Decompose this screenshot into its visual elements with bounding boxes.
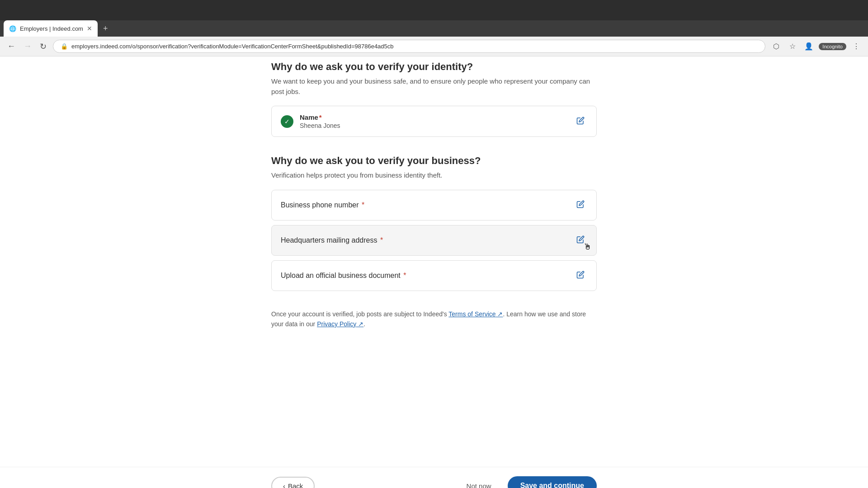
required-star-address: * xyxy=(378,236,383,244)
business-document-row[interactable]: Upload an official business document * xyxy=(271,260,597,291)
page-content: Why do we ask you to verify your identit… xyxy=(262,56,606,467)
name-edit-button[interactable] xyxy=(574,114,587,129)
page-wrapper: Why do we ask you to verify your identit… xyxy=(0,56,868,488)
name-label: Name* xyxy=(300,113,567,121)
menu-icon[interactable]: ⋮ xyxy=(850,40,863,53)
back-button[interactable]: ‹ Back xyxy=(271,477,315,488)
tab-bar: 🌐 Employers | Indeed.com ✕ + xyxy=(0,20,868,37)
business-phone-label: Business phone number * xyxy=(281,201,364,209)
required-star: * xyxy=(319,113,322,121)
tab-close-button[interactable]: ✕ xyxy=(87,25,92,32)
business-phone-row[interactable]: Business phone number * xyxy=(271,190,597,221)
new-tab-button[interactable]: + xyxy=(101,24,110,33)
identity-section: Why do we ask you to verify your identit… xyxy=(271,56,597,137)
name-card-content: Name* Sheena Jones xyxy=(300,113,567,129)
address-bar-row: ← → ↻ 🔒 employers.indeed.com/o/sponsor/v… xyxy=(0,37,868,56)
legal-text: Once your account is verified, job posts… xyxy=(271,309,597,329)
pencil-icon-doc xyxy=(576,271,585,279)
mailing-address-label: Headquarters mailing address * xyxy=(281,236,383,244)
save-continue-button[interactable]: Save and continue xyxy=(508,476,597,488)
document-edit-button[interactable] xyxy=(574,268,587,283)
incognito-badge: Incognito xyxy=(819,43,846,50)
mailing-address-row[interactable]: Headquarters mailing address * 🖱 xyxy=(271,225,597,256)
check-icon: ✓ xyxy=(281,115,293,128)
bottom-bar-inner: ‹ Back Not now Save and continue xyxy=(262,476,606,488)
back-nav-button[interactable]: ← xyxy=(5,40,17,53)
right-actions: Not now Save and continue xyxy=(459,476,597,488)
tab-title: Employers | Indeed.com xyxy=(20,25,83,32)
address-bar[interactable]: 🔒 employers.indeed.com/o/sponsor/verific… xyxy=(53,40,765,53)
privacy-link[interactable]: Privacy Policy ↗ xyxy=(317,320,363,328)
tos-link[interactable]: Terms of Service ↗ xyxy=(448,310,503,318)
pencil-icon xyxy=(576,117,585,125)
forward-nav-button[interactable]: → xyxy=(22,40,33,53)
business-title: Why do we ask you to verify your busines… xyxy=(271,155,597,167)
business-subtitle: Verification helps protect you from busi… xyxy=(271,170,597,181)
required-star-phone: * xyxy=(360,201,365,209)
refresh-button[interactable]: ↻ xyxy=(38,40,48,53)
pencil-icon-address xyxy=(576,235,585,244)
business-section: Why do we ask you to verify your busines… xyxy=(271,155,597,291)
pencil-icon-phone xyxy=(576,200,585,208)
identity-title: Why do we ask you to verify your identit… xyxy=(271,61,597,73)
extensions-icon[interactable]: ⬡ xyxy=(770,40,783,53)
url-text: employers.indeed.com/o/sponsor/verificat… xyxy=(71,43,758,50)
address-edit-button[interactable] xyxy=(574,233,587,248)
profile-icon[interactable]: 👤 xyxy=(802,40,815,53)
not-now-button[interactable]: Not now xyxy=(459,478,499,488)
name-value: Sheena Jones xyxy=(300,122,567,129)
bookmark-icon[interactable]: ☆ xyxy=(786,40,799,53)
business-document-label: Upload an official business document * xyxy=(281,272,406,280)
phone-edit-button[interactable] xyxy=(574,197,587,213)
name-card: ✓ Name* Sheena Jones xyxy=(271,106,597,137)
bottom-bar: ‹ Back Not now Save and continue xyxy=(0,467,868,488)
toolbar-icons: ⬡ ☆ 👤 Incognito ⋮ xyxy=(770,40,863,53)
browser-chrome xyxy=(0,0,868,20)
back-chevron-icon: ‹ xyxy=(283,482,285,488)
active-tab[interactable]: 🌐 Employers | Indeed.com ✕ xyxy=(4,20,98,37)
required-star-doc: * xyxy=(401,272,406,279)
identity-subtitle: We want to keep you and your business sa… xyxy=(271,76,597,97)
address-edit-area[interactable]: 🖱 xyxy=(574,233,587,248)
